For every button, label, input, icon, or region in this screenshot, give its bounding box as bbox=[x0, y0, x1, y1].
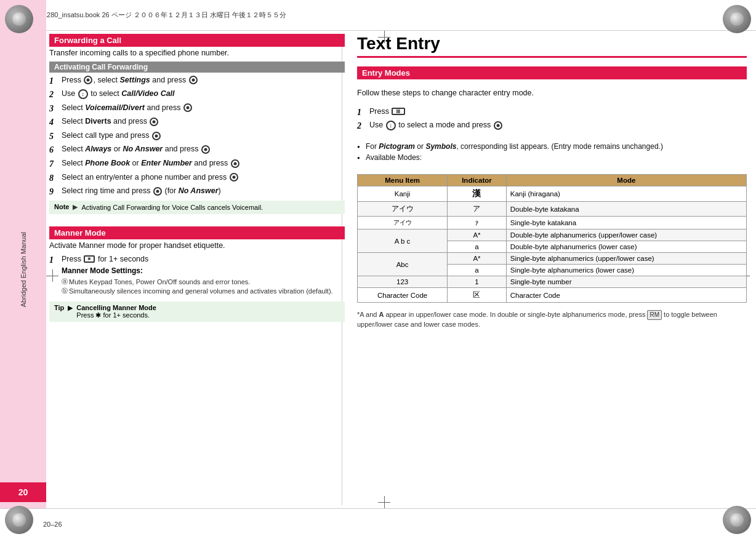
manner-step-1-content: Press ✱ for 1+ seconds Manner Mode Setti… bbox=[62, 254, 333, 299]
forwarding-section: Forwarding a Call Transfer incoming call… bbox=[49, 34, 345, 217]
manner-step-1-text: Press ✱ for 1+ seconds bbox=[62, 254, 333, 265]
step-3-num: 3 bbox=[49, 103, 62, 115]
indicator-katakana-single: ｱ bbox=[448, 217, 507, 230]
mode-Abc-lower: Single-byte alphanumerics (lower case) bbox=[506, 265, 746, 276]
page-bottom-num: 20–26 bbox=[43, 521, 62, 528]
menu-abc: A b c bbox=[358, 230, 448, 253]
tip-arrow: ▶ bbox=[68, 304, 73, 319]
table-row-charcode: Character Code 区 Character Code bbox=[358, 288, 747, 303]
step-9-text: Select ring time and press (for No Answe… bbox=[62, 186, 345, 197]
entry-bullet-1: For Pictogram or Symbols, corresponding … bbox=[357, 142, 747, 152]
step-2-num: 2 bbox=[49, 89, 62, 101]
step-8-text: Select an entry/enter a phone number and… bbox=[62, 172, 345, 183]
indicator-charcode: 区 bbox=[448, 288, 507, 303]
ornament-top-right bbox=[723, 5, 751, 33]
table-row-kanji: Kanji 漢 Kanji (hiragana) bbox=[358, 186, 747, 202]
step-5-num: 5 bbox=[49, 130, 62, 143]
manner-step-1-num: 1 bbox=[49, 254, 62, 266]
indicator-abc-upper: A* bbox=[448, 230, 507, 241]
indicator-Abc-upper: A* bbox=[448, 253, 507, 265]
menu-kanji: Kanji bbox=[358, 186, 448, 202]
step-9-num: 9 bbox=[49, 186, 62, 198]
forwarding-steps: 1 Press , select Settings and press 2 Us… bbox=[49, 75, 345, 198]
step-7: 7 Select Phone Book or Enter Number and … bbox=[49, 158, 345, 170]
table-header-mode: Mode bbox=[506, 175, 746, 186]
table-header-indicator: Indicator bbox=[448, 175, 507, 186]
step-3-text: Select Voicemail/Divert and press bbox=[62, 103, 345, 114]
menu-katakana-single: アイウ bbox=[358, 217, 448, 230]
toggle-key: RM bbox=[647, 310, 662, 320]
step-7-text: Select Phone Book or Enter Number and pr… bbox=[62, 158, 345, 169]
text-entry-title: Text Entry bbox=[357, 34, 747, 58]
note-box: Note ▶ Activating Call Forwarding for Vo… bbox=[49, 201, 345, 214]
manner-bullet-1: Mutes Keypad Tones, Power On/Off sounds … bbox=[62, 277, 333, 287]
entry-steps: 1 Press ▦ 2 Use to select a mode and pre… bbox=[357, 106, 747, 134]
step-4-text: Select Diverts and press bbox=[62, 116, 345, 127]
forwarding-heading: Forwarding a Call bbox=[49, 34, 345, 47]
entry-step-2-num: 2 bbox=[357, 120, 369, 132]
tip-content: Cancelling Manner Mode Press ✱ for 1+ se… bbox=[76, 304, 156, 319]
manner-bullet-2: Simultaneously silences incoming and gen… bbox=[62, 287, 333, 296]
menu-Abc: Abc bbox=[358, 253, 448, 276]
ornament-top-left bbox=[5, 5, 33, 33]
table-row-katakana-double: アイウ ア Double-byte katakana bbox=[358, 202, 747, 217]
step-1: 1 Press , select Settings and press bbox=[49, 75, 345, 87]
entry-step-1-num: 1 bbox=[357, 106, 369, 119]
tip-heading: Cancelling Manner Mode bbox=[76, 304, 156, 311]
manner-step-1: 1 Press ✱ for 1+ seconds Manner Mode Set… bbox=[49, 254, 345, 299]
entry-step-1-text: Press ▦ bbox=[369, 106, 747, 118]
step-5-text: Select call type and press bbox=[62, 130, 345, 142]
ornament-bottom-left bbox=[5, 506, 33, 534]
right-column: Text Entry Entry Modes Follow these step… bbox=[357, 34, 747, 505]
tip-text: Press ✱ for 1+ seconds. bbox=[76, 311, 156, 319]
entry-desc: Follow these steps to change character e… bbox=[357, 88, 747, 99]
step-6-num: 6 bbox=[49, 144, 62, 156]
ornament-bottom-right bbox=[723, 506, 751, 534]
manner-heading: Manner Mode bbox=[49, 226, 345, 239]
left-column: Forwarding a Call Transfer incoming call… bbox=[49, 34, 345, 505]
indicator-katakana-double: ア bbox=[448, 202, 507, 217]
manner-bullets: Mutes Keypad Tones, Power On/Off sounds … bbox=[62, 277, 333, 297]
step-7-num: 7 bbox=[49, 158, 62, 170]
table-row-Abc-upper: Abc A* Single-byte alphanumerics (upper/… bbox=[358, 253, 747, 265]
step-9: 9 Select ring time and press (for No Ans… bbox=[49, 186, 345, 198]
note-text: Activating Call Forwarding for Voice Cal… bbox=[81, 203, 263, 212]
manner-section: Manner Mode Activate Manner mode for pro… bbox=[49, 226, 345, 324]
mode-katakana-double: Double-byte katakana bbox=[506, 202, 746, 217]
table-row-abc-upper: A b c A* Double-byte alphanumerics (uppe… bbox=[358, 230, 747, 241]
mode-charcode: Character Code bbox=[506, 288, 746, 303]
sidebar-strip: Abridged English Manual 20 bbox=[0, 0, 46, 539]
indicator-abc-lower: a bbox=[448, 241, 507, 253]
header-text: L280_insatsu.book 26 ページ ２００６年１２月１３日 水曜日… bbox=[43, 10, 286, 20]
manner-desc: Activate Manner mode for proper handset … bbox=[49, 241, 345, 252]
entry-step-1: 1 Press ▦ bbox=[357, 106, 747, 119]
entry-step-2: 2 Use to select a mode and press bbox=[357, 120, 747, 132]
step-6-text: Select Always or No Answer and press bbox=[62, 144, 345, 155]
manner-key-icon: ✱ bbox=[84, 255, 95, 263]
entry-modes-heading: Entry Modes bbox=[357, 66, 747, 79]
step-1-text: Press , select Settings and press bbox=[62, 75, 345, 86]
step-8-num: 8 bbox=[49, 172, 62, 185]
table-header-menu: Menu Item bbox=[358, 175, 448, 186]
step-6: 6 Select Always or No Answer and press bbox=[49, 144, 345, 156]
step-1-num: 1 bbox=[49, 75, 62, 87]
mode-Abc-upper: Single-byte alphanumerics (upper/lower c… bbox=[506, 253, 746, 265]
page-number-box: 20 bbox=[0, 482, 46, 502]
menu-charcode: Character Code bbox=[358, 288, 448, 303]
tip-label: Tip bbox=[54, 304, 64, 319]
mode-abc-upper: Double-byte alphanumerics (upper/lower c… bbox=[506, 230, 746, 241]
step-2: 2 Use to select Call/Video Call bbox=[49, 89, 345, 101]
entry-key-icon-1: ▦ bbox=[392, 108, 405, 115]
content-area: Forwarding a Call Transfer incoming call… bbox=[49, 34, 747, 505]
note-arrow: ▶ bbox=[73, 203, 78, 212]
indicator-kanji: 漢 bbox=[448, 186, 507, 202]
menu-katakana-double: アイウ bbox=[358, 202, 448, 217]
note-label: Note bbox=[54, 203, 69, 212]
mode-kanji: Kanji (hiragana) bbox=[506, 186, 746, 202]
manner-settings-label: Manner Mode Settings: bbox=[62, 266, 333, 276]
indicator-Abc-lower: a bbox=[448, 265, 507, 276]
entry-bullet-2: Available Modes: bbox=[357, 153, 747, 163]
entry-bullets: For Pictogram or Symbols, corresponding … bbox=[357, 142, 747, 165]
page-number: 20 bbox=[18, 487, 28, 497]
step-4: 4 Select Diverts and press bbox=[49, 116, 345, 129]
